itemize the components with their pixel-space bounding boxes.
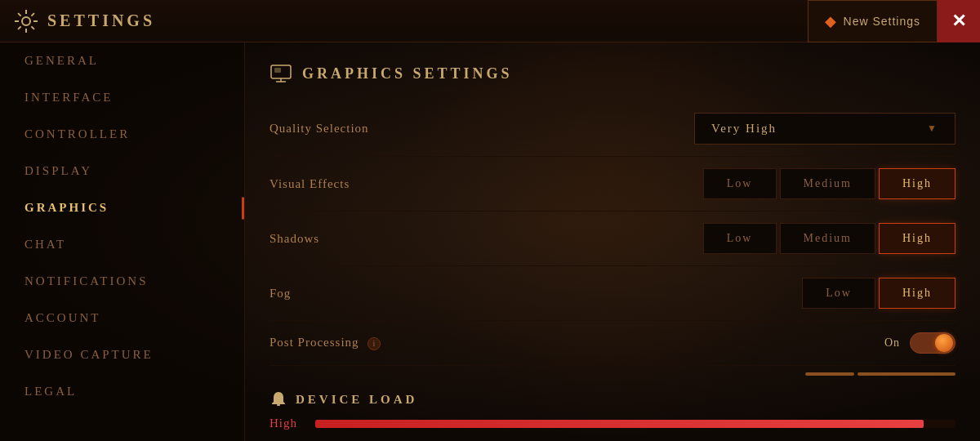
shadows-label: Shadows: [270, 232, 703, 246]
post-processing-value-label: On: [884, 336, 900, 350]
fog-low-btn[interactable]: Low: [802, 278, 875, 309]
fog-btn-group: Low High: [802, 278, 956, 309]
new-settings-button[interactable]: ◆ New Settings: [808, 0, 938, 42]
visual-effects-row: Visual Effects Low Medium High: [270, 157, 956, 212]
quality-selection-controls: Very High ▼: [694, 113, 956, 145]
main-content: GRAPHICS SETTINGS Quality Selection Very…: [245, 0, 980, 441]
sidebar-item-graphics[interactable]: GRAPHICS: [0, 189, 244, 226]
toggle-thumb: [935, 334, 953, 352]
graphics-section-title: GRAPHICS SETTINGS: [302, 65, 513, 82]
shadows-low-btn[interactable]: Low: [703, 223, 777, 254]
visual-effects-label: Visual Effects: [270, 177, 703, 191]
shadows-controls: Low Medium High: [703, 223, 956, 254]
graphics-section-header: GRAPHICS SETTINGS: [270, 62, 956, 85]
close-icon: ✕: [951, 11, 966, 32]
svg-point-0: [22, 17, 30, 25]
sidebar-item-general[interactable]: GENERAL: [0, 42, 244, 79]
graphics-icon: [270, 62, 292, 85]
sidebar-item-display[interactable]: DISPLAY: [0, 153, 244, 189]
visual-effects-medium-btn[interactable]: Medium: [780, 168, 875, 199]
sidebar-item-controller[interactable]: CONTROLLER: [0, 116, 244, 153]
visual-effects-controls: Low Medium High: [703, 168, 956, 199]
shadows-high-btn[interactable]: High: [879, 223, 956, 254]
quality-selection-label: Quality Selection: [270, 122, 694, 136]
scroll-indicator: [270, 366, 956, 382]
settings-title: SETTINGS: [47, 11, 155, 30]
sidebar-item-interface[interactable]: INTERFACE: [0, 79, 244, 116]
bell-icon: [270, 390, 287, 408]
post-processing-row: Post Processing i On: [270, 321, 956, 366]
post-processing-info-icon[interactable]: i: [368, 337, 381, 350]
device-load-bar-bg: [315, 420, 956, 428]
post-processing-toggle[interactable]: [910, 332, 956, 354]
top-bar: SETTINGS ◆ New Settings ✕: [0, 0, 980, 42]
device-load-label: High: [270, 416, 302, 430]
svg-rect-12: [274, 68, 281, 73]
sidebar-item-notifications[interactable]: NOTIFICATIONS: [0, 263, 244, 300]
close-button[interactable]: ✕: [938, 0, 980, 42]
visual-effects-low-btn[interactable]: Low: [703, 168, 777, 199]
visual-effects-high-btn[interactable]: High: [879, 168, 956, 199]
svg-line-5: [18, 13, 21, 16]
scroll-bar-2: [858, 372, 956, 376]
scroll-bar-1: [805, 372, 854, 376]
dropdown-arrow-icon: ▼: [927, 122, 938, 135]
shadows-btn-group: Low Medium High: [703, 223, 956, 254]
post-processing-controls: On: [884, 332, 956, 354]
sidebar-item-legal[interactable]: LEGAL: [0, 373, 244, 410]
post-processing-toggle-container: On: [884, 332, 956, 354]
fog-label: Fog: [270, 287, 802, 301]
sidebar: GENERAL INTERFACE CONTROLLER DISPLAY GRA…: [0, 0, 245, 441]
quality-selection-row: Quality Selection Very High ▼: [270, 101, 956, 157]
sidebar-item-account[interactable]: ACCOUNT: [0, 300, 244, 336]
device-load-header: DEVICE LOAD: [270, 390, 956, 408]
fog-high-btn[interactable]: High: [879, 278, 956, 309]
quality-value: Very High: [711, 122, 777, 136]
top-bar-right: ◆ New Settings ✕: [808, 0, 980, 42]
device-load-bar-row: High: [270, 416, 956, 430]
svg-line-8: [18, 26, 21, 29]
device-load-section: DEVICE LOAD High: [270, 390, 956, 430]
fog-row: Fog Low High: [270, 266, 956, 321]
svg-line-6: [31, 26, 34, 29]
shadows-row: Shadows Low Medium High: [270, 212, 956, 266]
shadows-medium-btn[interactable]: Medium: [780, 223, 875, 254]
sidebar-item-video-capture[interactable]: VIDEO CAPTURE: [0, 336, 244, 373]
new-settings-label: New Settings: [844, 15, 920, 28]
quality-dropdown[interactable]: Very High ▼: [694, 113, 956, 145]
visual-effects-btn-group: Low Medium High: [703, 168, 956, 199]
new-settings-icon: ◆: [825, 12, 837, 30]
sidebar-item-chat[interactable]: CHAT: [0, 226, 244, 263]
device-load-bar-fill: [315, 420, 924, 428]
svg-line-7: [31, 13, 34, 16]
svg-rect-13: [277, 404, 280, 406]
top-bar-left: SETTINGS: [0, 8, 155, 34]
gear-icon: [13, 8, 39, 34]
post-processing-label: Post Processing i: [270, 336, 884, 350]
main-layout: GENERAL INTERFACE CONTROLLER DISPLAY GRA…: [0, 0, 980, 441]
device-load-title: DEVICE LOAD: [296, 393, 417, 407]
fog-controls: Low High: [802, 278, 956, 309]
